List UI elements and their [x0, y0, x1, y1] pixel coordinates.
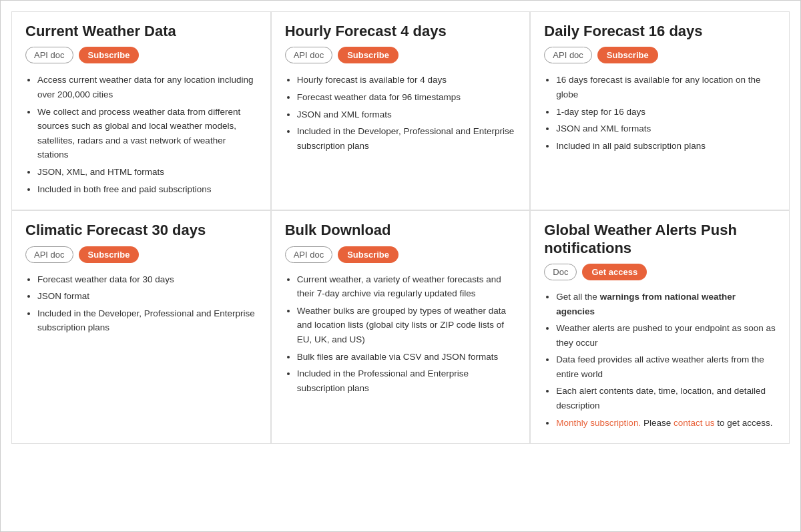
card-title-bulk-download: Bulk Download: [285, 222, 517, 239]
list-item: 16 days forecast is available for any lo…: [556, 73, 776, 101]
list-item: Included in the Developer, Professional …: [37, 306, 257, 335]
card-hourly-forecast: Hourly Forecast 4 days API doc Subscribe…: [271, 11, 531, 210]
text-get-all: Get all the: [556, 292, 599, 302]
subscribe-button-daily-forecast[interactable]: Subscribe: [597, 47, 658, 63]
list-item: Data feed provides all active weather al…: [556, 352, 776, 381]
list-item: Forecast weather data for 30 days: [37, 272, 257, 287]
list-item: Access current weather data for any loca…: [37, 73, 257, 101]
list-item: We collect and process weather data from…: [37, 105, 257, 162]
doc-button-global-weather-alerts[interactable]: Doc: [544, 264, 577, 280]
card-title-hourly-forecast: Hourly Forecast 4 days: [285, 23, 517, 40]
list-item: Hourly forecast is available for 4 days: [297, 73, 517, 87]
list-item: JSON, XML, and HTML formats: [37, 165, 257, 180]
features-list-current-weather: Access current weather data for any loca…: [25, 73, 257, 196]
api-doc-button-bulk-download[interactable]: API doc: [285, 246, 333, 263]
subscribe-button-current-weather[interactable]: Subscribe: [79, 47, 140, 63]
list-item: Included in both free and paid subscript…: [37, 182, 257, 197]
list-item: JSON and XML formats: [556, 121, 776, 136]
features-list-hourly-forecast: Hourly forecast is available for 4 days …: [285, 73, 517, 153]
end-text: to get access.: [717, 418, 772, 428]
features-list-climatic-forecast: Forecast weather data for 30 days JSON f…: [25, 272, 257, 335]
card-title-current-weather: Current Weather Data: [25, 23, 257, 40]
api-doc-button-hourly-forecast[interactable]: API doc: [285, 47, 333, 63]
subscribe-button-hourly-forecast[interactable]: Subscribe: [338, 47, 398, 63]
page-container: Current Weather Data API doc Subscribe A…: [0, 0, 801, 532]
list-item-monthly: Monthly subscription. Please contact us …: [556, 416, 776, 431]
list-item: JSON and XML formats: [297, 107, 517, 122]
card-title-climatic-forecast: Climatic Forecast 30 days: [25, 222, 257, 239]
btn-row-bulk-download: API doc Subscribe: [285, 246, 517, 263]
btn-row-daily-forecast: API doc Subscribe: [544, 47, 776, 63]
list-item: Included in all paid subscription plans: [556, 139, 776, 154]
btn-row-climatic-forecast: API doc Subscribe: [25, 246, 257, 263]
card-current-weather: Current Weather Data API doc Subscribe A…: [11, 11, 271, 210]
subscribe-button-climatic-forecast[interactable]: Subscribe: [79, 246, 140, 263]
list-item: JSON format: [37, 289, 257, 304]
list-item: Forecast weather data for 96 timestamps: [297, 90, 517, 105]
subscribe-button-bulk-download[interactable]: Subscribe: [338, 246, 398, 263]
card-bulk-download: Bulk Download API doc Subscribe Current …: [271, 210, 531, 444]
list-item: Get all the warnings from national weath…: [556, 290, 776, 318]
card-title-daily-forecast: Daily Forecast 16 days: [544, 23, 776, 40]
please-text: Please: [643, 418, 674, 428]
list-item: Included in the Developer, Professional …: [297, 124, 517, 153]
features-list-bulk-download: Current weather, a variety of weather fo…: [285, 272, 517, 396]
get-access-button-global-weather-alerts[interactable]: Get access: [582, 264, 647, 280]
list-item: Weather bulks are grouped by types of we…: [297, 304, 517, 347]
list-item: Bulk files are available via CSV and JSO…: [297, 350, 517, 364]
features-list-global-weather-alerts: Get all the warnings from national weath…: [544, 290, 776, 430]
card-climatic-forecast: Climatic Forecast 30 days API doc Subscr…: [11, 210, 271, 444]
list-item: Weather alerts are pushed to your endpoi…: [556, 321, 776, 350]
api-doc-button-climatic-forecast[interactable]: API doc: [25, 246, 73, 263]
contact-us-link[interactable]: contact us: [674, 418, 715, 428]
btn-row-current-weather: API doc Subscribe: [25, 47, 257, 63]
list-item: 1-day step for 16 days: [556, 105, 776, 119]
cards-grid: Current Weather Data API doc Subscribe A…: [11, 11, 790, 444]
list-item: Each alert contents date, time, location…: [556, 384, 776, 413]
api-doc-button-current-weather[interactable]: API doc: [25, 47, 73, 63]
btn-row-hourly-forecast: API doc Subscribe: [285, 47, 517, 63]
features-list-daily-forecast: 16 days forecast is available for any lo…: [544, 73, 776, 153]
monthly-subscription-link[interactable]: Monthly subscription.: [556, 418, 641, 428]
card-global-weather-alerts: Global Weather Alerts Push notifications…: [530, 210, 790, 444]
card-title-global-weather-alerts: Global Weather Alerts Push notifications: [544, 222, 776, 257]
card-daily-forecast: Daily Forecast 16 days API doc Subscribe…: [530, 11, 790, 210]
list-item: Current weather, a variety of weather fo…: [297, 272, 517, 301]
api-doc-button-daily-forecast[interactable]: API doc: [544, 47, 592, 63]
btn-row-global-weather-alerts: Doc Get access: [544, 264, 776, 280]
list-item: Included in the Professional and Enterpr…: [297, 366, 517, 395]
